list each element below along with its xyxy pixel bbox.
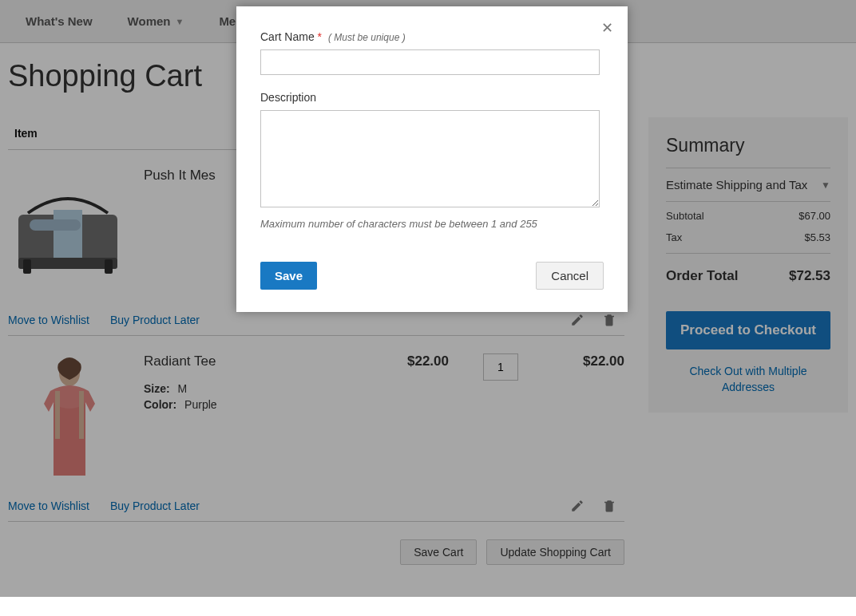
- char-limit-note: Maximum number of characters must be bet…: [260, 218, 604, 230]
- cart-name-label: Cart Name * ( Must be unique ): [260, 30, 604, 43]
- save-button[interactable]: Save: [260, 262, 317, 290]
- description-textarea[interactable]: [260, 110, 600, 207]
- description-label: Description: [260, 91, 604, 104]
- save-cart-modal: ✕ Cart Name * ( Must be unique ) Descrip…: [236, 6, 628, 312]
- close-icon[interactable]: ✕: [601, 21, 613, 35]
- cancel-button[interactable]: Cancel: [536, 262, 604, 290]
- cart-name-input[interactable]: [260, 49, 600, 75]
